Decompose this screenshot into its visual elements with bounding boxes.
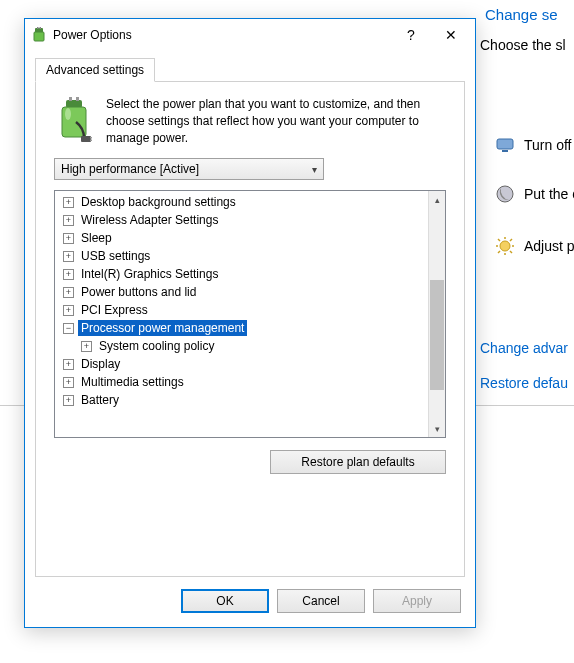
background-change-settings-link[interactable]: Change se: [485, 6, 558, 23]
scroll-thumb[interactable]: [430, 280, 444, 390]
dialog-titlebar: Power Options ? ✕: [25, 19, 475, 51]
svg-point-3: [500, 241, 510, 251]
tree-row[interactable]: +System cooling policy: [59, 337, 428, 355]
tree-item-label: Battery: [78, 392, 122, 408]
svg-rect-18: [76, 97, 79, 101]
tree-row[interactable]: +Sleep: [59, 229, 428, 247]
help-button[interactable]: ?: [391, 27, 431, 43]
svg-rect-1: [502, 150, 508, 152]
tree-row[interactable]: +Desktop background settings: [59, 193, 428, 211]
collapse-icon[interactable]: −: [63, 323, 74, 334]
apply-button[interactable]: Apply: [373, 589, 461, 613]
header-description: Select the power plan that you want to c…: [106, 96, 446, 146]
dialog-button-row: OK Cancel Apply: [25, 577, 475, 627]
expand-icon[interactable]: +: [63, 233, 74, 244]
tree-row[interactable]: +Wireless Adapter Settings: [59, 211, 428, 229]
svg-line-8: [498, 239, 500, 241]
brightness-icon: [495, 236, 515, 256]
header-row: Select the power plan that you want to c…: [54, 96, 446, 146]
tab-panel: Select the power plan that you want to c…: [35, 81, 465, 577]
tab-advanced-settings[interactable]: Advanced settings: [35, 58, 155, 82]
svg-rect-0: [497, 139, 513, 149]
svg-line-10: [510, 239, 512, 241]
tree-item-label: PCI Express: [78, 302, 151, 318]
close-button[interactable]: ✕: [431, 27, 471, 43]
expand-icon[interactable]: +: [63, 287, 74, 298]
svg-line-11: [498, 251, 500, 253]
power-plan-select[interactable]: High performance [Active] ▾: [54, 158, 324, 180]
tree-row[interactable]: +Power buttons and lid: [59, 283, 428, 301]
expand-icon[interactable]: +: [63, 215, 74, 226]
svg-point-2: [497, 186, 513, 202]
tree-item-label: Desktop background settings: [78, 194, 239, 210]
tree-row[interactable]: +Display: [59, 355, 428, 373]
tab-strip: Advanced settings: [25, 51, 475, 81]
tree-item-label: Processor power management: [78, 320, 247, 336]
svg-rect-15: [40, 27, 42, 29]
svg-rect-22: [90, 137, 92, 139]
expand-icon[interactable]: +: [63, 359, 74, 370]
expand-icon[interactable]: +: [63, 197, 74, 208]
scroll-track[interactable]: [429, 208, 445, 420]
expand-icon[interactable]: +: [63, 377, 74, 388]
tree-item-label: Intel(R) Graphics Settings: [78, 266, 221, 282]
expand-icon[interactable]: +: [63, 305, 74, 316]
tree-item-label: System cooling policy: [96, 338, 217, 354]
expand-icon[interactable]: +: [63, 251, 74, 262]
tree-item-label: Wireless Adapter Settings: [78, 212, 221, 228]
tree-item-label: Sleep: [78, 230, 115, 246]
scroll-up-button[interactable]: ▴: [429, 191, 445, 208]
tree-item-label: USB settings: [78, 248, 153, 264]
battery-plug-icon: [54, 96, 94, 144]
tree-row[interactable]: +Multimedia settings: [59, 373, 428, 391]
power-options-icon: [31, 27, 47, 43]
tree-item-label: Power buttons and lid: [78, 284, 199, 300]
background-put-computer-label: Put the c: [524, 186, 574, 202]
dialog-title: Power Options: [53, 28, 391, 42]
chevron-down-icon: ▾: [312, 164, 317, 175]
expand-icon[interactable]: +: [63, 269, 74, 280]
svg-rect-14: [37, 27, 39, 29]
svg-point-20: [65, 108, 71, 120]
expand-icon[interactable]: +: [63, 395, 74, 406]
background-turn-off-label: Turn off t: [524, 137, 574, 153]
power-plan-selected-label: High performance [Active]: [61, 162, 199, 176]
cancel-button[interactable]: Cancel: [277, 589, 365, 613]
tree-row[interactable]: −Processor power management: [59, 319, 428, 337]
svg-rect-21: [81, 136, 91, 142]
ok-button[interactable]: OK: [181, 589, 269, 613]
svg-rect-23: [90, 140, 92, 142]
svg-rect-13: [34, 32, 44, 41]
scroll-down-button[interactable]: ▾: [429, 420, 445, 437]
scrollbar[interactable]: ▴ ▾: [428, 191, 445, 437]
tree-row[interactable]: +Battery: [59, 391, 428, 409]
moon-icon: [495, 184, 515, 204]
svg-rect-17: [69, 97, 72, 101]
tree-row[interactable]: +PCI Express: [59, 301, 428, 319]
settings-tree: +Desktop background settings+Wireless Ad…: [54, 190, 446, 438]
background-choose-text: Choose the sl: [480, 37, 566, 53]
tree-row[interactable]: +Intel(R) Graphics Settings: [59, 265, 428, 283]
tree-row[interactable]: +USB settings: [59, 247, 428, 265]
power-options-dialog: Power Options ? ✕ Advanced settings Sele…: [24, 18, 476, 628]
background-restore-default-link[interactable]: Restore defau: [480, 375, 568, 391]
restore-plan-defaults-button[interactable]: Restore plan defaults: [270, 450, 446, 474]
background-adjust-label: Adjust pl: [524, 238, 574, 254]
background-change-advanced-link[interactable]: Change advar: [480, 340, 568, 356]
svg-line-9: [510, 251, 512, 253]
expand-icon[interactable]: +: [81, 341, 92, 352]
display-icon: [495, 135, 515, 155]
tree-item-label: Multimedia settings: [78, 374, 187, 390]
tree-item-label: Display: [78, 356, 123, 372]
